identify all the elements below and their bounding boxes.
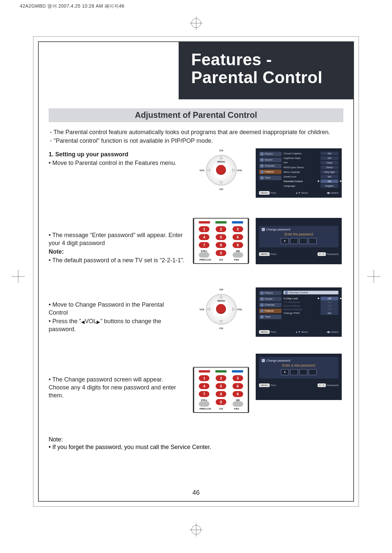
note-line: • If you forget the password, you must c… xyxy=(49,444,343,451)
page-inner-border: Features - Parental Control Adjustment o… xyxy=(38,41,354,502)
remote-keypad-figure: 123456789STILL0100 PREV.CH CH FAV xyxy=(188,354,254,413)
note-label: Note: xyxy=(49,436,343,443)
chapter-title: Features - Parental Control xyxy=(179,41,354,99)
osd-parental-menu: PictureSoundChannelFeatureTime Parental … xyxy=(256,287,342,337)
crop-mark-icon xyxy=(367,270,380,283)
step-row: • The message “Enter password” will appe… xyxy=(49,218,343,271)
note-label: Note: xyxy=(49,248,185,256)
step-line: • Move to Change Password in the Parenta… xyxy=(49,301,185,317)
crop-mark-icon xyxy=(190,523,203,536)
osd-new-password: Change password Enter a new password MEN… xyxy=(256,354,342,400)
intro-text: - The Parental control feature automatic… xyxy=(50,128,342,145)
step-row: • The Change password screen will appear… xyxy=(49,354,343,413)
note-line: • The default password of a new TV set i… xyxy=(49,256,185,264)
title-line-1: Features - xyxy=(191,51,354,69)
intro-line: - "Parental control" function is not ava… xyxy=(50,137,342,145)
step-heading: 1. Setting up your password xyxy=(49,150,185,158)
step-text: • Move to Change Password in the Parenta… xyxy=(49,287,188,334)
remote-dpad-figure: MENU CH CH VOL VOL △▽ ◁▷ xyxy=(188,148,254,191)
file-header: 42A2GMBD 영어 2007.4.25 10:28 AM 페이지46 xyxy=(0,0,392,9)
footer-note: Note: • If you forget the password, you … xyxy=(49,436,343,451)
step-line: • The message “Enter password” will appe… xyxy=(49,231,185,247)
step-text: 1. Setting up your password • Move to Pa… xyxy=(49,148,188,168)
page-number: 46 xyxy=(39,489,353,496)
section-heading: Adjustment of Parental Control xyxy=(49,108,343,122)
step-text: • The message “Enter password” will appe… xyxy=(49,218,188,265)
intro-line: - The Parental control feature automatic… xyxy=(50,128,342,136)
step-line: • The Change password screen will appear… xyxy=(49,376,185,400)
step-line: • Press the ”◀VOL▶” buttons to change th… xyxy=(49,317,185,333)
dpad-icon: MENU CH CH VOL VOL △▽ ◁▷ xyxy=(199,148,242,191)
dpad-icon: MENU CH CH VOL VOL △▽ ◁▷ xyxy=(199,287,242,330)
remote-dpad-figure: MENU CH CH VOL VOL △▽ ◁▷ xyxy=(188,287,254,330)
crop-mark-icon xyxy=(190,17,203,30)
keypad-icon: 123456789STILL0100 PREV.CH CH FAV xyxy=(193,367,249,413)
osd-enter-password: Change password Enter the password MENUP… xyxy=(256,218,342,264)
step-text: • The Change password screen will appear… xyxy=(49,354,188,400)
osd-features-menu: PictureSoundChannelFeatureTime Closed Ca… xyxy=(256,148,342,198)
step-line: • Move to Parental control in the Featur… xyxy=(49,159,185,167)
remote-keypad-figure: 123456789STILL0100 PREV.CH CH FAV xyxy=(188,218,254,264)
step-row: • Move to Change Password in the Parenta… xyxy=(49,287,343,340)
title-line-2: Parental Control xyxy=(191,69,354,86)
step-row: 1. Setting up your password • Move to Pa… xyxy=(49,148,343,201)
keypad-icon: 123456789STILL0100 PREV.CH CH FAV xyxy=(193,218,249,264)
crop-mark-icon xyxy=(12,270,25,283)
